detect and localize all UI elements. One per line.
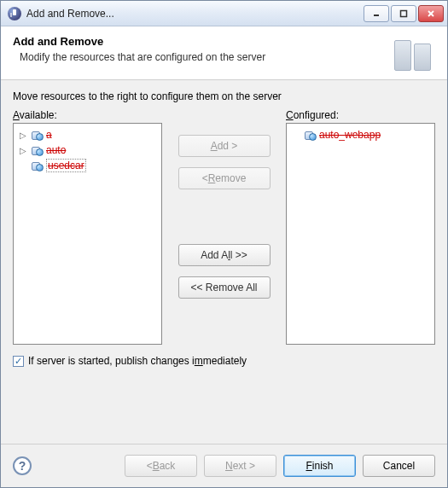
expand-icon[interactable]: ▷	[19, 146, 27, 155]
expand-icon[interactable]: ▷	[19, 131, 27, 140]
list-item[interactable]: usedcar	[15, 158, 160, 173]
list-item[interactable]: ▷auto	[15, 142, 160, 158]
wizard-banner: Add and Remove Modify the resources that…	[1, 26, 447, 80]
maximize-button[interactable]	[391, 5, 416, 22]
help-icon[interactable]: ?	[13, 456, 32, 475]
module-icon	[30, 144, 44, 156]
dialog-window: Add and Remove... Add and Remove Modify …	[0, 0, 448, 488]
window-title: Add and Remove...	[26, 8, 364, 20]
svg-rect-1	[401, 10, 407, 16]
server-icon	[394, 35, 435, 71]
module-icon	[30, 160, 44, 171]
cancel-button[interactable]: Cancel	[363, 455, 435, 477]
instruction-text: Move resources to the right to configure…	[13, 90, 435, 102]
configured-list[interactable]: auto_webapp	[286, 123, 435, 345]
item-label: auto_webapp	[319, 129, 381, 141]
finish-button[interactable]: Finish	[283, 455, 356, 477]
next-button[interactable]: Next >	[204, 455, 276, 477]
add-button[interactable]: Add >	[178, 135, 271, 157]
footer: ? < Back Next > Finish Cancel	[1, 444, 447, 487]
publish-checkbox-label: If server is started, publish changes im…	[28, 355, 247, 367]
content-area: Move resources to the right to configure…	[1, 80, 447, 444]
item-label: usedcar	[46, 159, 86, 172]
list-item[interactable]: ▷a	[15, 127, 160, 142]
titlebar[interactable]: Add and Remove...	[1, 1, 447, 26]
item-label: auto	[46, 144, 66, 156]
minimize-button[interactable]	[364, 5, 389, 22]
remove-all-button[interactable]: << Remove All	[178, 276, 271, 299]
publish-checkbox[interactable]: ✓	[13, 356, 24, 367]
banner-heading: Add and Remove	[13, 35, 389, 48]
back-button[interactable]: < Back	[125, 455, 197, 477]
remove-button[interactable]: < Remove	[178, 167, 271, 189]
available-list[interactable]: ▷a▷autousedcar	[13, 123, 162, 345]
add-all-button[interactable]: Add All >>	[178, 244, 271, 266]
eclipse-icon	[8, 7, 21, 20]
window-controls	[364, 5, 444, 22]
close-button[interactable]	[418, 5, 444, 22]
item-label: a	[46, 129, 52, 141]
available-label: Available:	[13, 109, 162, 121]
module-icon	[303, 129, 317, 141]
configured-label: Configured:	[286, 109, 435, 121]
list-item[interactable]: auto_webapp	[288, 127, 433, 142]
banner-sub: Modify the resources that are configured…	[20, 51, 389, 63]
publish-checkbox-row[interactable]: ✓ If server is started, publish changes …	[13, 355, 435, 367]
module-icon	[30, 129, 44, 141]
